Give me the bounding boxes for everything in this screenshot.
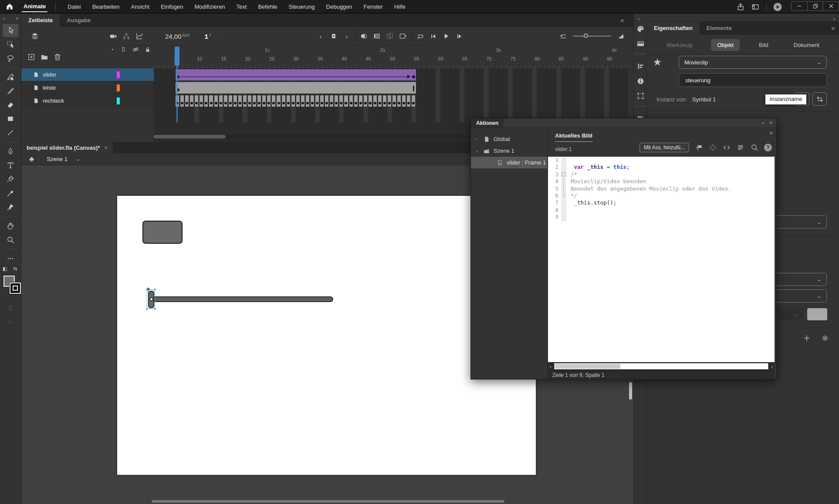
subselection-tool-icon[interactable] [3, 38, 18, 51]
timeline-zoom-max-icon[interactable] [614, 32, 627, 40]
scene-chevron-down-icon[interactable]: ⌄ [76, 156, 80, 162]
selection-handle[interactable] [154, 289, 156, 290]
frame-cell[interactable] [267, 95, 271, 107]
frame-cell[interactable] [359, 95, 363, 107]
modify-markers-icon[interactable] [396, 32, 409, 40]
frame-cell[interactable] [315, 95, 319, 107]
step-forward-icon[interactable] [453, 33, 466, 40]
frame-cell[interactable] [233, 95, 237, 107]
tree-chevron-icon[interactable]: ⌄ [475, 148, 480, 153]
frame-cell[interactable] [262, 95, 266, 107]
outline-column-icon[interactable] [120, 46, 127, 53]
layer-color-swatch[interactable] [117, 97, 120, 104]
stroke-color-swatch[interactable] [10, 282, 21, 294]
layers-icon[interactable] [28, 32, 41, 40]
home-icon[interactable] [5, 2, 14, 11]
code-editor[interactable]: 12 var _this = this;3−/*4Movieclip/Video… [548, 157, 775, 362]
layer-row-slider[interactable]: slider [21, 68, 154, 81]
align-icon[interactable] [634, 59, 647, 74]
fold-column[interactable]: − [561, 171, 566, 178]
static-span[interactable] [175, 82, 416, 94]
frame-cell[interactable] [402, 95, 406, 107]
onion-skin-icon[interactable] [357, 32, 370, 40]
code-line[interactable]: 2 var _this = this; [548, 164, 775, 171]
collapse-panel-icon[interactable]: « [3, 16, 5, 21]
swatches-icon[interactable] [634, 36, 647, 51]
frame-cell[interactable] [243, 95, 247, 107]
properties-subtab-werkzeug[interactable]: Werkzeug [660, 39, 698, 51]
fold-column[interactable] [561, 214, 566, 221]
text-tool-icon[interactable] [3, 159, 18, 172]
more-dots-tool-icon[interactable] [3, 252, 18, 265]
step-prev-keyframe-icon[interactable]: ‹ [314, 33, 327, 40]
center-frame-icon[interactable] [327, 33, 340, 40]
tree-item-global[interactable]: ›Global [471, 133, 547, 145]
frame-cell[interactable] [411, 95, 416, 107]
collapse-actions-icon[interactable]: « [762, 120, 765, 126]
fold-marker-icon[interactable]: − [562, 172, 565, 176]
line-tool-icon[interactable] [3, 126, 18, 139]
frame-cell[interactable] [368, 95, 372, 107]
loop-playback-icon[interactable] [413, 32, 426, 40]
format-code-icon[interactable] [736, 143, 745, 152]
layer-hierarchy-icon[interactable] [120, 32, 133, 40]
tree-item-slider-frame-1[interactable]: slider : Frame 1 [471, 157, 547, 168]
slider-track-shape[interactable] [148, 296, 333, 302]
frame-cell[interactable] [392, 95, 396, 107]
frame-cell[interactable] [397, 95, 401, 107]
code-line[interactable]: 8 [548, 207, 775, 214]
frame-cell[interactable] [257, 95, 261, 107]
onion-skin-outline-icon[interactable] [370, 32, 383, 40]
options-gear-icon[interactable] [821, 334, 829, 343]
frame-cell[interactable] [194, 95, 199, 107]
menu-item-text[interactable]: Text [231, 3, 253, 10]
fold-column[interactable] [561, 178, 566, 185]
properties-subtab-objekt[interactable]: Objekt [711, 39, 740, 51]
lock-column-icon[interactable] [144, 46, 151, 53]
pin-script-icon[interactable] [694, 143, 703, 152]
timeline-panel-menu-icon[interactable]: ≡ [620, 17, 624, 24]
frame-cell[interactable] [252, 95, 257, 107]
scroll-left-icon[interactable]: ‹ [548, 364, 553, 369]
swap-symbol-button[interactable] [812, 92, 827, 106]
color-well-button[interactable] [807, 308, 827, 320]
rectangle-tool-icon[interactable] [3, 112, 18, 125]
timeline-zoom-slider[interactable] [573, 36, 611, 37]
test-movie-icon[interactable] [770, 2, 785, 12]
menu-item-debuggen[interactable]: Debuggen [321, 3, 358, 10]
camera-icon[interactable] [107, 32, 120, 40]
properties-panel-menu-icon[interactable]: ≡ [831, 25, 835, 32]
default-colors-icon[interactable]: ◧ [3, 266, 7, 272]
fold-column[interactable] [561, 157, 566, 164]
menu-item-einfügen[interactable]: Einfügen [155, 3, 189, 10]
current-frame-value[interactable]: 1 [205, 33, 208, 40]
frame-cell[interactable] [382, 95, 387, 107]
selection-handle[interactable] [146, 308, 148, 310]
eyedropper-tool-icon[interactable] [3, 187, 18, 200]
object-type-dropdown[interactable]: Movieclip ⌄ [679, 56, 827, 69]
frame-cell[interactable] [209, 95, 213, 107]
frame-cell[interactable] [325, 95, 329, 107]
swap-colors-icon[interactable]: ⇆ [13, 266, 17, 272]
tween-span[interactable] [175, 69, 416, 81]
scene-name[interactable]: Szene 1 [47, 156, 68, 162]
paint-bucket-tool-icon[interactable] [3, 173, 18, 186]
code-line[interactable]: 1 [548, 157, 775, 164]
frame-cell[interactable] [238, 95, 242, 107]
actions-hscrollbar[interactable]: ‹ › [548, 362, 775, 370]
layer-row-leiste[interactable]: leiste [21, 81, 154, 94]
step-next-keyframe-icon[interactable]: › [340, 33, 353, 40]
new-folder-icon[interactable] [38, 53, 51, 61]
slider-handle-selection[interactable]: + [147, 289, 155, 309]
frame-cell[interactable] [310, 95, 315, 107]
frame-cell[interactable] [199, 95, 203, 107]
frame-cell[interactable] [180, 95, 184, 107]
frame-row-leiste[interactable] [175, 81, 629, 94]
document-vscroll-thumb[interactable] [629, 382, 632, 400]
collapse-dock-icon[interactable]: « [637, 16, 640, 21]
layer-color-swatch[interactable] [117, 84, 120, 91]
minimize-icon[interactable] [792, 2, 807, 10]
frame-cell[interactable] [344, 95, 348, 107]
frame-row-rechteck[interactable] [175, 94, 629, 108]
asset-warp-tool-icon[interactable] [3, 201, 18, 214]
